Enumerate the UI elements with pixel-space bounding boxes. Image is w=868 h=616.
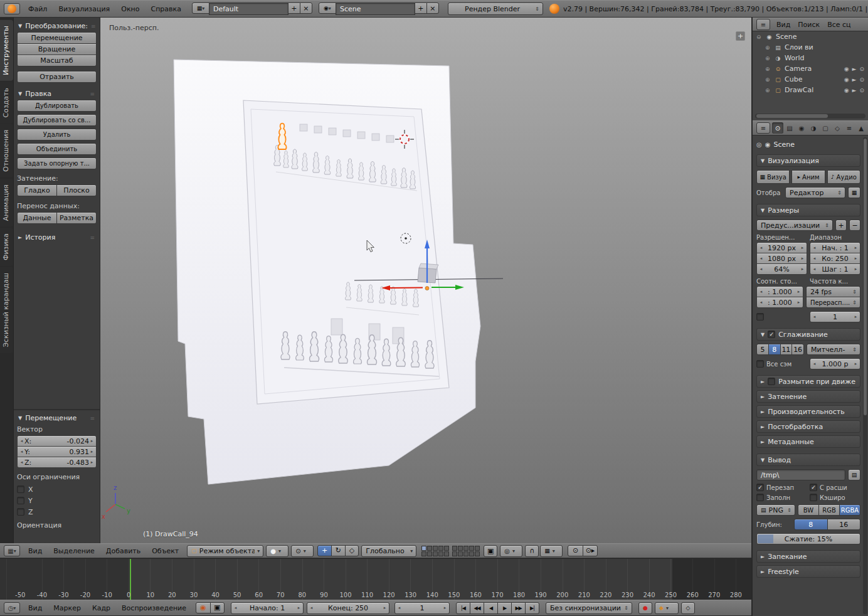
render-animation-button[interactable]: ▸Аним	[791, 170, 825, 184]
file-browse-button[interactable]: ▤	[848, 469, 860, 481]
insert-keyframe-button[interactable]: ◇	[681, 602, 695, 614]
scene-add-button[interactable]: +	[415, 3, 427, 14]
frame-step-field[interactable]: ◂Шаг : 1▸	[810, 263, 860, 275]
increment-arrow-icon[interactable]: ▸	[853, 314, 859, 319]
border-checkbox[interactable]	[756, 313, 764, 321]
timeline-menu-item[interactable]: Кадр	[87, 604, 116, 612]
increment-arrow-icon[interactable]: ▸	[800, 245, 805, 250]
compression-slider[interactable]: Сжатие: 15%	[756, 533, 860, 544]
prev-keyframe-button[interactable]: ◀◀	[470, 602, 484, 614]
snap-toggle[interactable]: ∪	[525, 545, 539, 557]
expand-icon[interactable]: ⊕	[765, 66, 771, 72]
decrement-arrow-icon[interactable]: ◂	[812, 256, 817, 261]
layers-group-2[interactable]	[452, 546, 480, 556]
viewport-editor-type-button[interactable]: ▦▾	[4, 545, 20, 556]
jump-to-end-button[interactable]: ▶|	[525, 602, 539, 614]
axis-z-checkbox[interactable]	[17, 508, 24, 516]
axis-x-checkbox[interactable]	[17, 486, 24, 493]
play-reverse-button[interactable]: ◀	[484, 602, 498, 614]
color-rgb-button[interactable]: RGB	[818, 504, 840, 516]
renderable-camera-icon[interactable]: ⊙	[859, 87, 864, 93]
decrement-arrow-icon[interactable]: ◂	[758, 300, 764, 305]
display-lock-button[interactable]: ▦	[848, 187, 860, 198]
lock-to-scene-toggle[interactable]: ▣	[484, 545, 497, 557]
increment-arrow-icon[interactable]: ▸	[796, 289, 802, 294]
output-section-header[interactable]: ▼ Вывод	[756, 454, 860, 466]
postprocessing-section-header[interactable]: ► Постобработка	[756, 420, 860, 433]
increment-arrow-icon[interactable]: ▸	[853, 256, 859, 261]
translate-manipulator-toggle[interactable]: +	[317, 545, 332, 556]
keying-set-dropdown[interactable]: ◆ ▾	[655, 602, 679, 614]
viewport-menu-item[interactable]: Добавить	[100, 547, 146, 555]
aa-samples-16-button[interactable]: 16	[791, 344, 804, 355]
dimensions-section-header[interactable]: ▼ Размеры	[756, 204, 860, 216]
expand-icon[interactable]: ⊕	[765, 77, 771, 83]
decrement-arrow-icon[interactable]: ◂	[309, 605, 314, 610]
increment-arrow-icon[interactable]: ▸	[853, 267, 859, 272]
render-display-dropdown[interactable]: Редактор ⇕	[785, 187, 845, 198]
increment-arrow-icon[interactable]: ▸	[796, 300, 802, 305]
selectable-arrow-icon[interactable]: ►	[852, 87, 857, 93]
increment-arrow-icon[interactable]: ▸	[442, 605, 448, 610]
decrement-arrow-icon[interactable]: ◂	[812, 361, 817, 366]
outliner-row-world[interactable]: ⊕ ◑ World	[753, 53, 868, 63]
outliner-row-drawcall[interactable]: ⊕ ▢ DrawCal ◉ ► ⊙	[753, 85, 868, 95]
layer-1-active[interactable]	[421, 546, 426, 551]
tab-constraints[interactable]: ◇	[832, 122, 843, 134]
resolution-x-field[interactable]: ◂1920 px▸	[756, 242, 807, 253]
increment-arrow-icon[interactable]: ▸	[382, 605, 388, 610]
file-format-dropdown[interactable]: ▤ PNG ⇕	[756, 504, 795, 516]
motion-blur-section-header[interactable]: ► Размытие при движе	[756, 375, 860, 388]
outliner-menu-item[interactable]: Поиск	[794, 21, 823, 29]
increment-arrow-icon[interactable]: ▸	[89, 449, 95, 454]
increment-arrow-icon[interactable]: ▸	[800, 267, 805, 272]
info-menu-item[interactable]: Окно	[115, 5, 145, 13]
transform-tool-button[interactable]: Перемещение	[17, 32, 97, 44]
screen-layout-delete-button[interactable]: ×	[300, 3, 312, 14]
edit-tool-button[interactable]: Объединить	[17, 143, 97, 155]
extensions-checkbox[interactable]: ✓	[810, 484, 817, 491]
tab-create[interactable]: Создать	[0, 82, 13, 124]
edit-tool-button[interactable]: Удалить	[17, 129, 97, 141]
transform-tool-button[interactable]: Масштаб	[17, 55, 97, 66]
cache-checkbox[interactable]	[810, 494, 817, 501]
outliner-hscrollbar[interactable]	[755, 114, 865, 119]
transform-tool-button[interactable]: Вращение	[17, 43, 97, 55]
output-path-field[interactable]: /tmp\	[756, 469, 845, 481]
scene-browse-button[interactable]: ◉▾	[319, 3, 336, 14]
render-engine-dropdown[interactable]: Рендер Blender ⇕	[448, 3, 543, 15]
proportional-edit-dropdown[interactable]: ◎ ▾	[500, 545, 522, 557]
renderable-camera-icon[interactable]: ⊙	[859, 66, 864, 72]
vector-z-field[interactable]: ◂ Z: -0.483 ▸	[17, 457, 97, 468]
increment-arrow-icon[interactable]: ▸	[853, 361, 859, 366]
timeline-menu-item[interactable]: Маркер	[48, 604, 87, 612]
render-preset-dropdown[interactable]: Предус...изации ⇕	[756, 220, 833, 231]
frame-map-field[interactable]: ◂1▸	[810, 311, 860, 322]
visibility-eye-icon[interactable]: ◉	[844, 77, 849, 83]
full-sample-checkbox[interactable]	[756, 360, 764, 368]
tab-grease-pencil[interactable]: Эскизный карандаш	[0, 267, 13, 353]
transfer-data-button[interactable]: Данные	[17, 212, 57, 224]
depth-16-button[interactable]: 16	[827, 519, 861, 530]
manipulator-x-axis[interactable]	[390, 288, 423, 289]
decrement-arrow-icon[interactable]: ◂	[19, 449, 24, 454]
opengl-render-image-button[interactable]: ⊙	[568, 545, 583, 556]
mirror-button[interactable]: Отразить	[17, 71, 97, 83]
increment-arrow-icon[interactable]: ▸	[89, 438, 95, 443]
properties-editor-type-button[interactable]: ≡	[756, 122, 770, 134]
transform-panel-header[interactable]: ▼ Преобразование: ≡	[17, 20, 97, 32]
decrement-arrow-icon[interactable]: ◂	[396, 605, 402, 610]
tab-scene[interactable]: ◉	[796, 122, 807, 134]
outliner-editor-type-button[interactable]: ≡	[756, 19, 770, 30]
aspect-y-field[interactable]: ◂: 1.000▸	[756, 297, 803, 308]
color-rgba-button[interactable]: RGBA	[839, 504, 860, 516]
decrement-arrow-icon[interactable]: ◂	[758, 245, 764, 250]
edit-tool-button[interactable]: Дублировать	[17, 100, 97, 112]
depth-8-button[interactable]: 8	[794, 519, 828, 530]
aa-samples-5-button[interactable]: 5	[756, 344, 769, 355]
aa-filter-dropdown[interactable]: Митчелл- ⇕	[807, 344, 860, 355]
resolution-percent-field[interactable]: ◂64%▸	[756, 263, 807, 275]
timeline-editor-type-button[interactable]: ◷▾	[4, 602, 20, 613]
info-menu-item[interactable]: Файл	[23, 5, 53, 13]
transform-orientation-dropdown[interactable]: Глобально ▾	[361, 545, 416, 557]
